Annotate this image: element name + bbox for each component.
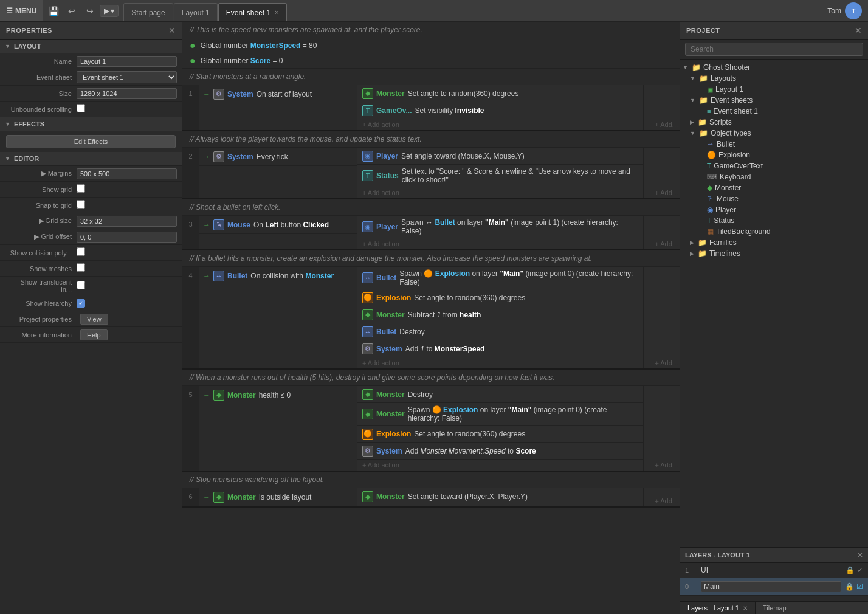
layer-ui-row[interactable]: 1 UI 🔒 ✓ (680, 563, 868, 578)
event-3-cond-1[interactable]: → 🖱 Mouse On Left button Clicked (199, 216, 357, 234)
menu-button[interactable]: ☰ MENU (0, 0, 43, 21)
tab-close-icon[interactable]: ✕ (274, 9, 279, 16)
tab-event-sheet-1[interactable]: Event sheet 1 ✕ (218, 3, 287, 21)
event-3-action-1[interactable]: ◉ Player Spawn ↔ Bullet on layer "Main" … (357, 216, 643, 238)
keyboard-row[interactable]: ⌨ Keyboard (695, 171, 868, 182)
event-2-actions: ◉ Player Set angle toward (Mouse.X, Mous… (357, 148, 643, 198)
event-4-add-outer[interactable]: + Add... (643, 267, 680, 368)
explosion-row[interactable]: 🟠 Explosion (695, 150, 868, 160)
unbounded-checkbox[interactable] (77, 104, 85, 112)
event-1-add-action[interactable]: + Add action (357, 119, 643, 130)
event-1-cond-1[interactable]: → ⚙ System On start of layout (199, 85, 357, 103)
families-folder-row[interactable]: ▶ 📁 Families (687, 237, 868, 248)
layer-main-visible-icon[interactable]: ☑ (856, 582, 863, 591)
more-info-button[interactable]: Help (80, 329, 108, 340)
event-1-add-outer[interactable]: + Add... (643, 85, 680, 130)
timelines-folder-row[interactable]: ▶ 📁 Timelines (687, 248, 868, 259)
event-4-cond-1[interactable]: → ↔ Bullet On collision with Monster (199, 267, 357, 285)
effects-section-header[interactable]: ▼ EFFECTS (0, 117, 182, 131)
project-search-input[interactable] (685, 43, 863, 56)
bottom-tab-tilemap[interactable]: Tilemap (756, 602, 794, 614)
event-4-action-5[interactable]: ⚙ System Add 1 to MonsterSpeed (357, 340, 643, 357)
event-2-cond-1[interactable]: → ⚙ System Every tick (199, 148, 357, 166)
event-5-monster-label: Monster (227, 391, 256, 399)
show-translucent-checkbox[interactable] (77, 281, 85, 289)
scripts-folder-row[interactable]: ▶ 📁 Scripts (687, 117, 868, 128)
event-1-actions: ◆ Monster Set angle to random(360) degre… (357, 85, 643, 130)
layer-main-lock-icon[interactable]: 🔒 (845, 582, 854, 591)
event-4-action-4[interactable]: ↔ Bullet Destroy (357, 323, 643, 340)
mouse-icon: 🖱 (707, 195, 714, 203)
event-4-action-1[interactable]: ↔ Bullet Spawn 🟠 Explosion on layer "Mai… (357, 267, 643, 289)
margins-input[interactable] (77, 168, 177, 179)
tab-layout-1[interactable]: Layout 1 (174, 3, 218, 21)
grid-size-input[interactable] (77, 216, 177, 227)
project-properties-button[interactable]: View (80, 314, 108, 325)
event-2-add-action[interactable]: + Add action (357, 187, 643, 198)
event-6-cond-1[interactable]: → ◆ Monster Is outside layout (199, 488, 357, 506)
event-4-action-3[interactable]: ◆ Monster Subtract 1 from health (357, 306, 643, 323)
project-close-icon[interactable]: ✕ (855, 26, 862, 35)
event-3-add-action[interactable]: + Add action (357, 238, 643, 249)
bottom-tab-layers-close[interactable]: ✕ (743, 605, 748, 612)
event-5-action-3[interactable]: 🟠 Explosion Set angle to random(360) deg… (357, 426, 643, 443)
show-meshes-checkbox[interactable] (77, 263, 85, 272)
event-4-action-2[interactable]: 🟠 Explosion Set angle to random(360) deg… (357, 289, 643, 306)
event-4-add-action[interactable]: + Add action (357, 357, 643, 368)
event-5-cond-1[interactable]: → ◆ Monster health ≤ 0 (199, 386, 357, 404)
event-1-action-1[interactable]: ◆ Monster Set angle to random(360) degre… (357, 85, 643, 102)
event-6-add-outer[interactable]: + Add... (643, 488, 680, 506)
monster-row[interactable]: ◆ Monster (695, 182, 868, 193)
layout-1-row[interactable]: ▣ Layout 1 (695, 84, 868, 95)
event-5-action-4[interactable]: ⚙ System Add Monster.Movement.Speed to S… (357, 443, 643, 460)
show-grid-checkbox[interactable] (77, 184, 85, 193)
edit-effects-button[interactable]: Edit Effects (6, 135, 176, 148)
bullet-row[interactable]: ↔ Bullet (695, 139, 868, 150)
scripts-label: Scripts (709, 118, 732, 126)
event-2-action-1[interactable]: ◉ Player Set angle toward (Mouse.X, Mous… (357, 148, 643, 165)
event-1-system-icon: ⚙ (213, 89, 224, 100)
grid-offset-input[interactable] (77, 232, 177, 243)
layers-close-icon[interactable]: ✕ (857, 551, 863, 559)
layer-main-name-input[interactable] (701, 581, 841, 592)
event-5-add-action[interactable]: + Add action (357, 460, 643, 471)
play-button[interactable]: ▶ ▾ (100, 5, 119, 17)
layer-ui-lock-icon[interactable]: 🔒 (846, 566, 855, 574)
editor-section-header[interactable]: ▼ EDITOR (0, 152, 182, 166)
show-collision-checkbox[interactable] (77, 247, 85, 256)
object-types-folder-row[interactable]: ▼ 📁 Object types (687, 128, 868, 139)
tiled-row[interactable]: ▦ TiledBackground (695, 226, 868, 237)
size-input[interactable] (77, 88, 177, 99)
show-hierarchy-checkbox[interactable]: ✓ (77, 299, 85, 308)
event-5-add-outer[interactable]: + Add... (643, 386, 680, 471)
save-icon[interactable]: 💾 (45, 2, 62, 19)
event-2-player-icon: ◉ (362, 151, 373, 162)
event-3-add-outer[interactable]: + Add... (643, 216, 680, 249)
undo-icon[interactable]: ↩ (63, 2, 80, 19)
event-6-action-1[interactable]: ◆ Monster Set angle toward (Player.X, Pl… (357, 488, 643, 505)
layouts-folder-row[interactable]: ▼ 📁 Layouts (687, 73, 868, 84)
status-row[interactable]: T Status (695, 215, 868, 226)
event-2-action-2[interactable]: T Status Set text to "Score: " & Score &… (357, 165, 643, 187)
layer-ui-visible-icon[interactable]: ✓ (857, 566, 863, 574)
bottom-tab-layers[interactable]: Layers - Layout 1 ✕ (680, 602, 756, 614)
event-2-add-outer[interactable]: + Add... (643, 148, 680, 198)
name-input[interactable] (77, 56, 177, 67)
player-row[interactable]: ◉ Player (695, 204, 868, 215)
tree-root[interactable]: ▼ 📁 Ghost Shooter (680, 62, 868, 73)
tab-start-page[interactable]: Start page (123, 3, 173, 21)
redo-icon[interactable]: ↪ (81, 2, 98, 19)
event-1-action-2[interactable]: T GameOv... Set visibility Invisible (357, 102, 643, 119)
layer-main-row[interactable]: 0 🔒 ☑ (680, 578, 868, 596)
event-sheet-select[interactable]: Event sheet 1 (77, 71, 177, 83)
layout-section-header[interactable]: ▼ LAYOUT (0, 40, 182, 53)
mouse-row[interactable]: 🖱 Mouse (695, 193, 868, 204)
properties-close-icon[interactable]: ✕ (168, 26, 176, 35)
event-sheet-1-row[interactable]: ≡ Event sheet 1 (695, 106, 868, 117)
snap-to-grid-checkbox[interactable] (77, 200, 85, 209)
gameover-row[interactable]: T GameOverText (695, 160, 868, 171)
event-5-action-2[interactable]: ◆ Monster Spawn 🟠 Explosion on layer "Ma… (357, 403, 643, 426)
event-5-action-1[interactable]: ◆ Monster Destroy (357, 386, 643, 403)
event-sheets-folder-row[interactable]: ▼ 📁 Event sheets (687, 95, 868, 106)
show-translucent-row: Show translucent in... (0, 277, 182, 295)
